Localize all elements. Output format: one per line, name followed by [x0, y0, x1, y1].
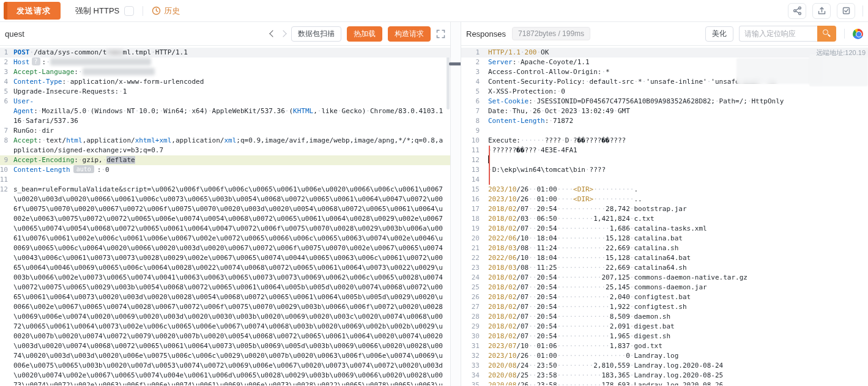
- line-number: 5: [0, 87, 8, 97]
- line-content: Set-Cookie:·JSESSIONID=DF04567C47756A10B…: [488, 97, 868, 106]
- code-line: 192018/02/07··20:54·············1,686·ca…: [461, 224, 868, 234]
- line-number: 5: [461, 87, 480, 97]
- line-content: Content-Lengthauto:·0: [13, 165, 450, 175]
- request-actions: 数据包扫描 热加载 构造请求: [270, 26, 445, 42]
- line-content: s_bean=ruleFormulaValidate&script=\u0062…: [13, 185, 450, 385]
- line-content: 2018/02/07··20:54·············2,040·conf…: [488, 292, 868, 302]
- line-content: [488, 175, 868, 185]
- line-content: 2018/02/07··20:54············28,742·boot…: [488, 204, 868, 214]
- line-content: 2020/08/24··23:50·········2,810,559·Land…: [488, 361, 868, 371]
- line-content: Host?:·: [13, 58, 450, 67]
- line-number: 7: [461, 106, 480, 116]
- line-number: 10: [0, 165, 8, 175]
- line-content: Content-Type:·application/x-www-form-url…: [13, 77, 450, 87]
- force-https-label: 强制 HTTPS: [75, 6, 134, 17]
- packet-scan-button[interactable]: 数据包扫描: [291, 26, 341, 42]
- line-number: 33: [461, 361, 480, 371]
- line-content: ·??????��???·4E3E-4FA1: [488, 146, 868, 155]
- code-line: 162023/10/26··01:00····<DIR>··········..: [461, 195, 868, 204]
- line-content: Accept-Language:·: [13, 67, 450, 77]
- line-content: 2018/02/07··20:54············25,145·comm…: [488, 283, 868, 292]
- line-content: 2018/02/07··20:54·············8,509·daem…: [488, 312, 868, 322]
- http-tool-window: 发送请求 强制 HTTPS 历史: [0, 0, 868, 386]
- line-number: 14: [461, 175, 480, 185]
- history-button[interactable]: 历史: [152, 6, 180, 17]
- share-button[interactable]: [788, 3, 806, 19]
- next-request-icon[interactable]: [280, 30, 286, 37]
- line-content: 2023/07/10··01:06·············1,837·god.…: [488, 341, 868, 351]
- code-line: 292018/02/07··20:54·············2,091·di…: [461, 322, 868, 332]
- line-number: 29: [461, 322, 480, 332]
- request-editor[interactable]: 1POST·/data/sys-common/treexml.tmpl·HTTP…: [0, 46, 450, 385]
- remote-address-label: 远端地址:120.19: [816, 48, 866, 58]
- code-line: 342020/08/25··23:58···········183,365·La…: [461, 371, 868, 380]
- code-line: 202022/06/10··18:04············15,128·ca…: [461, 234, 868, 243]
- open-in-browser-icon[interactable]: [853, 29, 863, 39]
- line-content: [13, 175, 450, 185]
- line-content: Accept:·text/html,application/xhtml+xml,…: [13, 136, 450, 155]
- line-number: 10: [461, 136, 480, 146]
- line-number: 28: [461, 312, 480, 322]
- export-button[interactable]: [812, 3, 831, 19]
- request-tab[interactable]: quest: [5, 29, 24, 39]
- line-number: 18: [461, 214, 480, 224]
- line-number: 8: [461, 116, 480, 126]
- line-content: Accept-Encoding:·gzip,·deflate: [13, 155, 450, 165]
- beautify-button[interactable]: 美化: [705, 26, 733, 42]
- code-line: 312023/07/10··01:06·············1,837·go…: [461, 341, 868, 351]
- fullscreen-icon[interactable]: [436, 29, 445, 39]
- line-number: 9: [461, 126, 480, 136]
- line-content: Upgrade-Insecure-Requests:·1: [13, 87, 450, 97]
- line-number: 24: [461, 273, 480, 283]
- line-content: 2023/10/26··01:00····<DIR>··········.: [488, 185, 868, 195]
- code-line: 8Accept:·text/html,application/xhtml+xml…: [0, 136, 450, 155]
- line-number: 1: [0, 48, 8, 58]
- share-icon: [793, 6, 802, 15]
- line-number: 27: [461, 302, 480, 312]
- hot-reload-button[interactable]: 热加载: [347, 26, 382, 42]
- code-line: 212018/03/08··11:24············22,669·ca…: [461, 243, 868, 253]
- task-check-button[interactable]: [837, 3, 855, 19]
- line-content: Content-Length:·71872: [488, 116, 868, 126]
- code-line: 12: [461, 155, 868, 165]
- toolbar-right-icons: [788, 3, 864, 19]
- force-https-checkbox[interactable]: [124, 6, 134, 16]
- code-line: 152023/10/26··01:00····<DIR>··········.: [461, 185, 868, 195]
- line-number: 25: [461, 283, 480, 292]
- line-number: 13: [461, 165, 480, 175]
- search-icon: [823, 29, 828, 35]
- line-content: 2022/06/10··18:04············15,128·cata…: [488, 253, 868, 263]
- code-line: 6Set-Cookie:·JSESSIONID=DF04567C47756A10…: [461, 97, 868, 106]
- code-line: 11: [0, 175, 450, 185]
- search-input[interactable]: [739, 26, 817, 42]
- line-number: 1: [461, 48, 480, 58]
- code-line: 252018/02/07··20:54············25,145·co…: [461, 283, 868, 292]
- line-content: User-Agent:·Mozilla/5.0·(Windows·NT·10.0…: [13, 97, 450, 126]
- task-check-icon: [842, 6, 851, 15]
- line-content: Date:·Thu,·26·Oct·2023·13:02:49·GMT: [488, 106, 868, 116]
- request-panel: quest 数据包扫描 热加载 构造请求 1POST·/data/sys-com…: [0, 22, 451, 386]
- code-line: 9: [461, 126, 868, 136]
- code-line: 10Execute:······????·D·?��????��????: [461, 136, 868, 146]
- line-content: 2018/02/07··20:54·············2,091·dige…: [488, 322, 868, 332]
- response-panel-header: Responses 71872bytes / 199ms 美化: [461, 22, 868, 46]
- build-request-button[interactable]: 构造请求: [388, 26, 431, 42]
- response-editor[interactable]: 远端地址:120.19 1HTTP/1.1·200·OK2Server:·Apa…: [461, 46, 868, 385]
- prev-request-icon[interactable]: [269, 30, 276, 37]
- line-number: 23: [461, 263, 480, 273]
- line-number: 3: [461, 67, 480, 77]
- code-line: 14: [461, 175, 868, 185]
- code-line: 11·??????��???·4E3E-4FA1: [461, 146, 868, 155]
- code-line: 5X-XSS-Protection:·0: [461, 87, 868, 97]
- line-content: 2022/06/10··18:04············15,128·cata…: [488, 234, 868, 243]
- code-line: 6User-Agent:·Mozilla/5.0·(Windows·NT·10.…: [0, 97, 450, 126]
- line-number: 2: [0, 58, 8, 67]
- search-button[interactable]: [817, 26, 836, 42]
- line-content: 2018/02/03··06:50·········1,421,824·c.tx…: [488, 214, 868, 224]
- line-number: 22: [461, 253, 480, 263]
- export-icon: [817, 6, 826, 15]
- send-request-button[interactable]: 发送请求: [4, 2, 61, 20]
- code-line: 4Content-Type:·application/x-www-form-ur…: [0, 77, 450, 87]
- split-view: quest 数据包扫描 热加载 构造请求 1POST·/data/sys-com…: [0, 22, 868, 386]
- line-content: POST·/data/sys-common/treexml.tmpl·HTTP/…: [13, 48, 450, 58]
